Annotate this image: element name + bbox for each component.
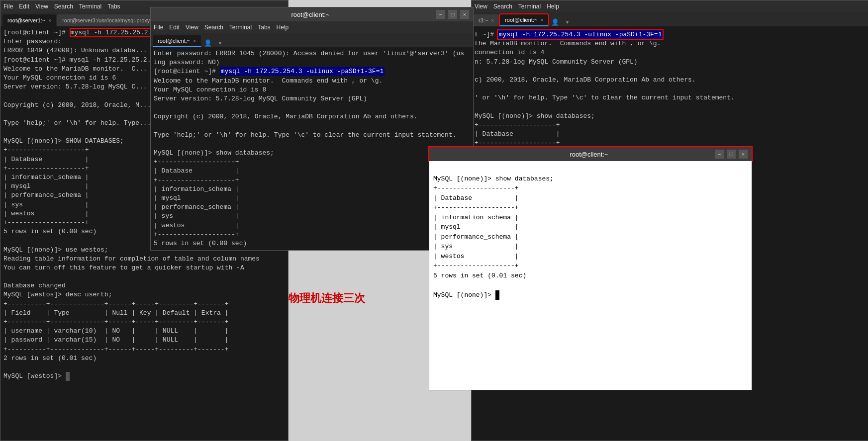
- tab-label: root@server3:/usr/local/mysql-proxy...: [62, 17, 154, 23]
- menu-search[interactable]: Search: [204, 24, 223, 31]
- float-controls[interactable]: − □ ×: [715, 150, 748, 159]
- minimize-button[interactable]: −: [715, 150, 724, 159]
- tab-client-main[interactable]: root@client:~ ×: [153, 35, 201, 47]
- tab-close-icon[interactable]: ×: [193, 38, 196, 44]
- tab-label: root@client:~: [158, 38, 190, 44]
- tab-close-icon[interactable]: ×: [540, 17, 543, 23]
- menu-terminal[interactable]: Terminal: [518, 3, 541, 10]
- close-button[interactable]: ×: [460, 10, 469, 19]
- menu-edit[interactable]: Edit: [169, 24, 180, 31]
- menu-search[interactable]: Search: [493, 3, 512, 10]
- user-icon[interactable]: 👤: [202, 39, 214, 47]
- tab-close-icon[interactable]: ×: [491, 18, 494, 23]
- tab-dropdown-right[interactable]: ▾: [562, 18, 572, 26]
- terminal-content-client-main: Enter password: ERROR 1045 (28000): Acce…: [151, 47, 473, 250]
- menu-terminal[interactable]: Terminal: [229, 24, 252, 31]
- menu-tabs[interactable]: Tabs: [258, 24, 270, 31]
- window-title-client-main: root@client:~: [185, 11, 436, 18]
- maximize-button[interactable]: □: [727, 150, 736, 159]
- tabs-client-main: root@client:~ × 👤 ▾: [151, 33, 473, 47]
- tab-close-icon[interactable]: ×: [48, 18, 51, 23]
- tab-r3[interactable]: r3:~ ×: [474, 14, 499, 26]
- menu-view[interactable]: View: [475, 3, 487, 10]
- maximize-button[interactable]: □: [448, 10, 457, 19]
- menu-file[interactable]: File: [154, 24, 163, 31]
- tab-label: r3:~: [479, 17, 488, 23]
- tab-label: root@client:~: [505, 17, 537, 23]
- user-icon-right[interactable]: 👤: [549, 18, 561, 26]
- tabs-right-bg: r3:~ × root@client:~ × 👤 ▾: [472, 12, 868, 26]
- terminal-client-float[interactable]: root@client:~ − □ × MySQL [(none)]> show…: [429, 147, 752, 390]
- titlebar-client-main: root@client:~ − □ ×: [151, 7, 473, 21]
- window-controls-right[interactable]: − □ ×: [436, 10, 469, 19]
- menubar-client-main: File Edit View Search Terminal Tabs Help: [151, 21, 473, 33]
- menu-terminal[interactable]: Terminal: [79, 3, 101, 10]
- menu-tabs[interactable]: Tabs: [107, 3, 120, 10]
- tab-server3[interactable]: root@server3:/usr/local/mysql-proxy... ×: [57, 14, 165, 26]
- terminal-client-main[interactable]: root@client:~ − □ × File Edit View Searc…: [150, 7, 474, 251]
- tab-server1[interactable]: root@server1:~ ×: [2, 14, 56, 26]
- menu-search[interactable]: Search: [54, 3, 73, 10]
- minimize-button[interactable]: −: [436, 10, 445, 19]
- terminal-content-float: MySQL [(none)]> show databases; +-------…: [429, 161, 752, 390]
- annotation-label: 物理机连接三次: [289, 291, 365, 306]
- close-button[interactable]: ×: [739, 150, 748, 159]
- menu-edit[interactable]: Edit: [19, 3, 29, 10]
- tab-client-right[interactable]: root@client:~ ×: [500, 14, 548, 26]
- menubar-right-bg: View Search Terminal Help: [472, 0, 868, 12]
- titlebar-client-float: root@client:~ − □ ×: [429, 147, 752, 161]
- tab-dropdown[interactable]: ▾: [215, 39, 225, 47]
- tab-label: root@server1:~: [7, 17, 45, 23]
- window-title-float: root@client:~: [463, 151, 715, 158]
- menu-view[interactable]: View: [186, 24, 198, 31]
- menu-help[interactable]: Help: [547, 3, 559, 10]
- menu-help[interactable]: Help: [277, 24, 289, 31]
- menu-view[interactable]: View: [35, 3, 48, 10]
- menu-file[interactable]: File: [3, 3, 13, 10]
